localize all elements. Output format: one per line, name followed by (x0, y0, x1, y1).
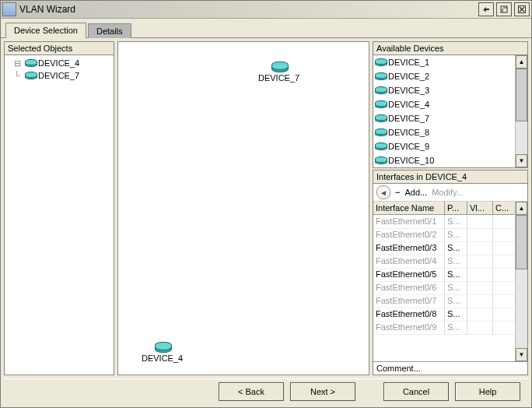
cell-p: S... (445, 215, 467, 229)
scroll-up-icon[interactable]: ▲ (516, 202, 527, 215)
cell-c (493, 255, 515, 269)
selected-objects-panel: Selected Objects ⊟ DEVICE_4 └ DEVICE_7 (4, 41, 114, 375)
cell-interface-name: FastEthernet0/3 (373, 241, 445, 255)
column-vl[interactable]: Vl... (467, 202, 493, 214)
interfaces-header: Interfaces in DEVICE_4 (373, 171, 527, 184)
list-item[interactable]: DEVICE_1 (373, 55, 515, 69)
list-item[interactable]: DEVICE_4 (373, 97, 515, 111)
cell-c (493, 308, 515, 322)
device-icon (375, 157, 386, 164)
scrollbar[interactable]: ▲ ▼ (515, 55, 527, 167)
interfaces-panel: Interfaces in DEVICE_4 ◄ − Add... Modify… (373, 170, 528, 375)
svg-rect-0 (501, 6, 507, 12)
list-item[interactable]: DEVICE_10 (373, 153, 515, 167)
cell-p: S... (445, 268, 467, 282)
cancel-button[interactable]: Cancel (383, 382, 449, 401)
available-devices-list[interactable]: DEVICE_1 DEVICE_2 DEVICE_3 DEVICE_4 DEVI… (373, 55, 515, 167)
device-icon (25, 59, 36, 67)
tree-connector-icon: ⊟ (14, 58, 25, 69)
tree-item[interactable]: └ DEVICE_7 (6, 69, 112, 82)
list-item[interactable]: DEVICE_3 (373, 83, 515, 97)
table-row[interactable]: FastEthernet0/7S... (373, 294, 515, 308)
scroll-track[interactable] (516, 215, 527, 348)
column-p[interactable]: P... (445, 202, 467, 214)
scrollbar[interactable]: ▲ ▼ (515, 202, 527, 361)
table-row[interactable]: FastEthernet0/6S... (373, 281, 515, 294)
device-icon (375, 72, 386, 80)
table-row[interactable]: FastEthernet0/8S... (373, 308, 515, 321)
help-button[interactable]: Help (455, 382, 520, 401)
cell-vl (467, 241, 493, 255)
cell-c (493, 241, 515, 255)
table-row[interactable]: FastEthernet0/4S... (373, 255, 515, 268)
maximize-button[interactable] (496, 2, 512, 16)
scroll-down-icon[interactable]: ▼ (516, 154, 527, 167)
table-row[interactable]: FastEthernet0/5S... (373, 268, 515, 281)
canvas-device-node[interactable]: DEVICE_4 (142, 342, 183, 363)
comment-field[interactable]: Comment... (373, 361, 527, 375)
cell-interface-name: FastEthernet0/1 (373, 215, 445, 229)
list-item-label: DEVICE_2 (388, 72, 429, 81)
list-item[interactable]: DEVICE_2 (373, 69, 515, 83)
list-item[interactable]: DEVICE_9 (373, 139, 515, 153)
cell-c (493, 228, 515, 242)
tab-device-selection[interactable]: Device Selection (5, 23, 86, 38)
list-item-label: DEVICE_4 (388, 100, 429, 109)
cell-interface-name: FastEthernet0/8 (373, 308, 445, 322)
column-interface-name[interactable]: Interface Name (373, 202, 445, 214)
list-item-label: DEVICE_7 (388, 114, 429, 123)
interfaces-table-header: Interface Name P... Vl... C... (373, 202, 515, 215)
scroll-thumb[interactable] (516, 69, 527, 121)
cell-interface-name: FastEthernet0/6 (373, 281, 445, 295)
tree-item[interactable]: ⊟ DEVICE_4 (6, 57, 112, 69)
scroll-thumb[interactable] (516, 215, 527, 269)
topology-canvas-panel: DEVICE_7 DEVICE_4 (117, 41, 369, 375)
tree-item-label: DEVICE_7 (38, 71, 79, 80)
table-row[interactable]: FastEthernet0/9S... (373, 321, 515, 334)
minimize-dock-button[interactable] (478, 2, 494, 16)
back-button[interactable]: < Back (219, 382, 284, 401)
cell-vl (467, 294, 493, 308)
scroll-down-icon[interactable]: ▼ (516, 348, 527, 361)
table-row[interactable]: FastEthernet0/1S... (373, 215, 515, 228)
next-button[interactable]: Next > (290, 382, 355, 401)
device-icon (375, 100, 386, 108)
device-icon (271, 62, 287, 72)
cell-p: S... (445, 255, 467, 269)
add-interface-link[interactable]: Add... (404, 188, 427, 197)
back-circle-icon[interactable]: ◄ (376, 185, 390, 199)
cell-vl (467, 215, 493, 229)
tab-details[interactable]: Details (88, 23, 131, 38)
cell-vl (467, 321, 493, 335)
cell-p: S... (445, 281, 467, 295)
table-row[interactable]: FastEthernet0/2S... (373, 228, 515, 241)
table-row[interactable]: FastEthernet0/3S... (373, 241, 515, 255)
app-icon (2, 2, 16, 16)
close-button[interactable] (514, 2, 530, 16)
list-item[interactable]: DEVICE_7 (373, 111, 515, 125)
topology-canvas[interactable]: DEVICE_7 DEVICE_4 (118, 42, 369, 375)
cell-interface-name: FastEthernet0/9 (373, 321, 445, 335)
scroll-up-icon[interactable]: ▲ (516, 55, 527, 69)
cell-interface-name: FastEthernet0/5 (373, 268, 445, 282)
list-item[interactable]: DEVICE_8 (373, 125, 515, 139)
list-item-label: DEVICE_10 (388, 156, 434, 165)
canvas-node-label: DEVICE_4 (142, 353, 183, 363)
cell-c (493, 281, 515, 295)
cell-c (493, 321, 515, 335)
scroll-track[interactable] (516, 69, 527, 154)
cell-c (493, 215, 515, 229)
cell-vl (467, 308, 493, 322)
tree-item-label: DEVICE_4 (38, 58, 79, 68)
canvas-device-node[interactable]: DEVICE_7 (258, 62, 299, 83)
device-icon (375, 58, 386, 66)
device-icon (375, 86, 386, 94)
selected-objects-tree[interactable]: ⊟ DEVICE_4 └ DEVICE_7 (5, 55, 114, 375)
remove-icon[interactable]: − (395, 188, 400, 197)
interfaces-table[interactable]: Interface Name P... Vl... C... FastEther… (373, 202, 515, 361)
column-c[interactable]: C... (493, 202, 515, 214)
list-item-label: DEVICE_1 (388, 58, 429, 67)
tree-connector-icon: └ (14, 71, 25, 80)
modify-interface-link[interactable]: Modify... (432, 188, 464, 197)
cell-vl (467, 268, 493, 282)
